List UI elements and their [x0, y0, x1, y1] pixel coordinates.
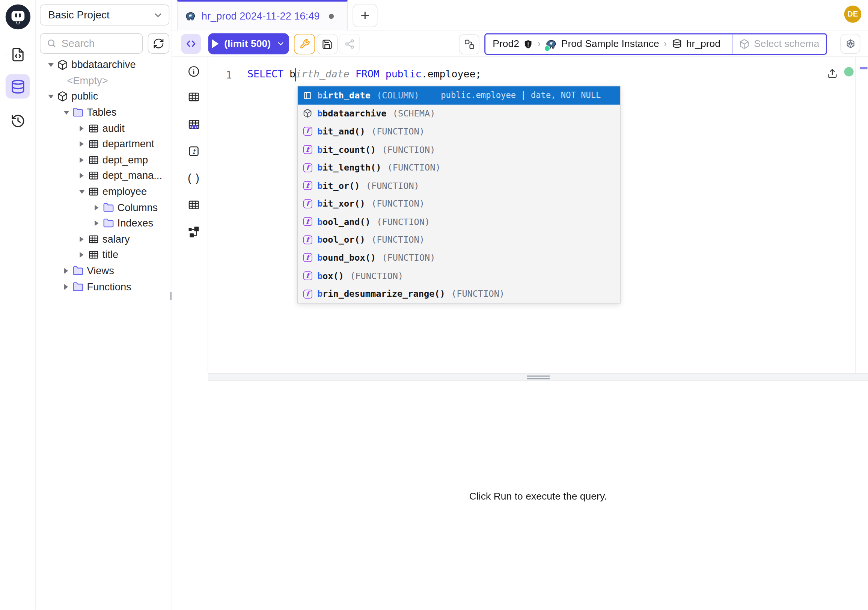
- caret-right-icon[interactable]: [78, 251, 85, 259]
- table-data-preview-button[interactable]: [187, 117, 201, 131]
- share-sheet-button[interactable]: [339, 34, 360, 54]
- search-placeholder: Search: [62, 37, 95, 50]
- tree-item-functions[interactable]: Functions: [36, 279, 172, 295]
- editor-scrollbar[interactable]: [855, 57, 868, 373]
- tree-item-columns[interactable]: Columns: [36, 199, 172, 215]
- caret-down-icon[interactable]: [46, 61, 55, 69]
- tree-item-indexes[interactable]: Indexes: [36, 215, 172, 231]
- folder-icon: [103, 202, 114, 213]
- editor-toolbar: (limit 500) Prod2 › Prod Sample Instance…: [172, 30, 868, 57]
- tree-item-title[interactable]: title: [36, 247, 172, 263]
- tree-item-dept-emp[interactable]: dept_emp: [36, 152, 172, 168]
- caret-right-icon[interactable]: [78, 124, 85, 133]
- table-icon: [188, 199, 200, 211]
- function-icon: f: [303, 199, 312, 208]
- tree-item-label: Indexes: [118, 217, 153, 229]
- caret-down-icon[interactable]: [46, 92, 55, 101]
- table-schema-button[interactable]: [187, 90, 201, 104]
- tree-item-dept-manager[interactable]: dept_mana...: [36, 168, 172, 184]
- query-settings-button[interactable]: [294, 34, 315, 54]
- run-query-button[interactable]: (limit 500): [208, 33, 289, 54]
- autocomplete-item[interactable]: f bool_and() (FUNCTION): [298, 213, 620, 231]
- autocomplete-item[interactable]: f bit_length() (FUNCTION): [298, 158, 620, 177]
- functions-panel-button[interactable]: [187, 144, 201, 158]
- app-window: Basic Project Search bbdataarchive <Empt…: [0, 0, 868, 610]
- tree-item-bbdataarchive[interactable]: bbdataarchive: [36, 57, 172, 73]
- table-icon: [88, 250, 99, 260]
- refresh-schema-button[interactable]: [148, 33, 170, 54]
- autocomplete-item-selected[interactable]: birth_date (COLUMN) public.employee | da…: [298, 86, 620, 104]
- ai-assistant-button[interactable]: [840, 34, 860, 54]
- caret-down-icon[interactable]: [78, 188, 85, 196]
- tab-hr-prod[interactable]: hr_prod 2024-11-22 16:49: [177, 0, 348, 30]
- tree-item-audit[interactable]: audit: [36, 121, 172, 137]
- autocomplete-item[interactable]: bbdataarchive (SCHEMA): [298, 104, 620, 123]
- caret-right-icon[interactable]: [78, 140, 85, 148]
- code-tag-icon: [185, 37, 197, 50]
- autocomplete-item[interactable]: f brin_desummarize_range() (FUNCTION): [298, 285, 620, 303]
- caret-right-icon[interactable]: [78, 235, 85, 244]
- new-tab-label: +: [360, 7, 369, 25]
- chevron-down-icon: [153, 10, 163, 20]
- autocomplete-item[interactable]: f box() (FUNCTION): [298, 267, 620, 285]
- table-info-button[interactable]: [187, 64, 201, 79]
- tree-item-empty: <Empty>: [36, 73, 172, 88]
- autocomplete-item[interactable]: f bit_xor() (FUNCTION): [298, 194, 620, 213]
- sql-mode-toggle[interactable]: [181, 34, 201, 54]
- tree-item-salary[interactable]: salary: [36, 231, 172, 247]
- table-icon: [88, 139, 99, 149]
- external-tables-button[interactable]: [187, 197, 201, 212]
- caret-right-icon[interactable]: [92, 203, 101, 211]
- procedures-panel-button[interactable]: ( ): [187, 171, 201, 185]
- project-selector[interactable]: Basic Project: [40, 5, 169, 26]
- user-avatar[interactable]: DE: [844, 6, 862, 23]
- breadcrumb-separator: ›: [663, 38, 667, 49]
- schema-diagram-button[interactable]: [187, 225, 201, 239]
- project-selector-label: Basic Project: [48, 9, 109, 21]
- tree-item-label: employee: [102, 186, 147, 197]
- save-sheet-button[interactable]: [316, 34, 338, 54]
- schema-icon: [57, 91, 68, 102]
- table-icon: [88, 154, 99, 165]
- table-search-icon: [188, 118, 200, 130]
- tree-item-label: bbdataarchive: [71, 59, 136, 71]
- search-input[interactable]: Search: [40, 33, 143, 54]
- bytebase-logo[interactable]: [5, 4, 31, 29]
- history-nav-button[interactable]: [6, 109, 30, 133]
- run-button-label: (limit 500): [224, 38, 271, 50]
- autocomplete-item[interactable]: f bit_count() (FUNCTION): [298, 140, 620, 158]
- splitter-grip-icon[interactable]: [527, 376, 550, 380]
- connection-healthy-dot: [844, 67, 854, 76]
- tree-item-department[interactable]: department: [36, 137, 172, 152]
- batch-query-button[interactable]: [459, 34, 479, 54]
- results-panel: Click Run to execute the query.: [172, 381, 868, 610]
- tree-item-label: Functions: [87, 281, 131, 293]
- code-line-1[interactable]: 1 SELECT birth_date FROM public.employee…: [208, 67, 481, 82]
- panel-splitter[interactable]: [208, 373, 868, 381]
- caret-right-icon[interactable]: [92, 219, 101, 228]
- autocomplete-item[interactable]: f bit_or() (FUNCTION): [298, 177, 620, 194]
- caret-right-icon[interactable]: [78, 156, 85, 164]
- new-tab-button[interactable]: +: [353, 4, 377, 27]
- select-schema-dropdown[interactable]: Select schema: [732, 34, 826, 54]
- play-icon: [212, 39, 219, 48]
- instance-label: Prod Sample Instance: [561, 38, 659, 50]
- autocomplete-item[interactable]: f bit_and() (FUNCTION): [298, 123, 620, 140]
- upload-sheet-icon[interactable]: [827, 68, 838, 79]
- database-nav-button-active[interactable]: [6, 75, 30, 99]
- tree-item-views[interactable]: Views: [36, 263, 172, 279]
- tree-item-label: salary: [102, 233, 130, 245]
- autocomplete-item[interactable]: f bound_box() (FUNCTION): [298, 249, 620, 267]
- worksheet-nav-button[interactable]: [6, 42, 30, 67]
- autocomplete-item[interactable]: f bool_or() (FUNCTION): [298, 231, 620, 249]
- caret-right-icon[interactable]: [62, 267, 70, 275]
- shield-icon: [523, 39, 533, 49]
- tree-item-public[interactable]: public: [36, 88, 172, 104]
- caret-right-icon[interactable]: [78, 172, 85, 180]
- folder-icon: [73, 265, 83, 276]
- connection-selector[interactable]: Prod2 › Prod Sample Instance › hr_prod: [485, 34, 732, 54]
- caret-right-icon[interactable]: [62, 282, 70, 291]
- tree-item-tables[interactable]: Tables: [36, 104, 172, 120]
- caret-down-icon[interactable]: [62, 108, 70, 116]
- tree-item-employee[interactable]: employee: [36, 184, 172, 199]
